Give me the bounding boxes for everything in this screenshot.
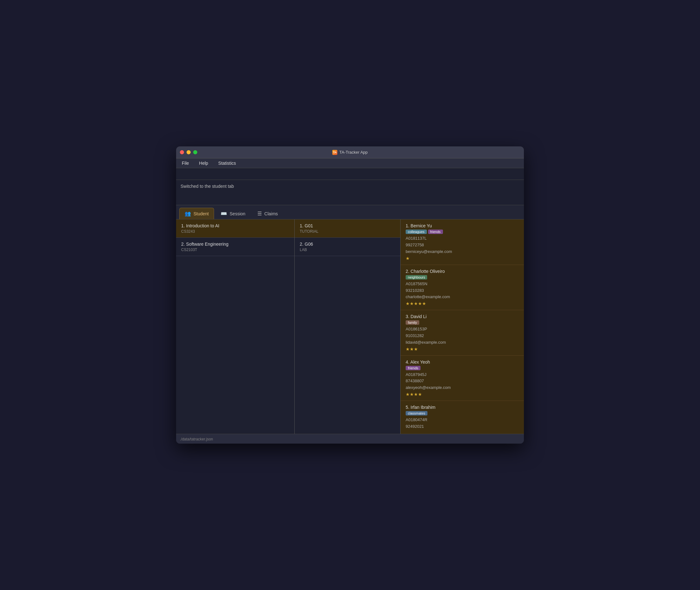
session-type-2: LAB — [300, 248, 395, 252]
maximize-button[interactable] — [193, 150, 197, 154]
menu-statistics[interactable]: Statistics — [216, 160, 238, 167]
footer: ./data/tatracker.json — [176, 434, 524, 444]
student-name-1: 1. Bernice Yu — [406, 223, 432, 228]
student-header-5: 5. Irfan Ibrahim — [406, 405, 519, 410]
course-code-2: CS2103T — [181, 248, 289, 252]
session-tab-icon: ⌨️ — [221, 211, 227, 217]
app-window: TA TA-Tracker App File Help Statistics S… — [176, 146, 524, 443]
student-tags-3: family — [406, 320, 519, 325]
menubar: File Help Statistics — [176, 159, 524, 168]
session-item-1[interactable]: 1. G01 TUTORIAL — [295, 219, 400, 238]
session-type-1: TUTORIAL — [300, 229, 395, 234]
student-info-3: A0186153P 91031282 lidavid@example.com — [406, 326, 519, 346]
status-area: Switched to the student tab — [176, 180, 524, 205]
student-name-5: 5. Irfan Ibrahim — [406, 405, 435, 410]
student-item-1[interactable]: 1. Bernice Yu colleagues friends A018113… — [401, 219, 524, 265]
student-info-5: A0180474R 92492021 — [406, 417, 519, 430]
student-tab-label: Student — [194, 211, 209, 216]
student-stars-3: ★★★ — [406, 347, 519, 352]
session-title-1: 1. G01 — [300, 223, 395, 228]
course-item-1[interactable]: 1. Introduction to AI CS3243 — [176, 219, 294, 238]
main-content: 1. Introduction to AI CS3243 2. Software… — [176, 219, 524, 433]
student-name-2: 2. Charlotte Oliveiro — [406, 269, 445, 274]
traffic-lights — [180, 150, 197, 154]
courses-panel: 1. Introduction to AI CS3243 2. Software… — [176, 219, 295, 433]
student-header-4: 4. Alex Yeoh — [406, 360, 519, 365]
student-stars-2: ★★★★★ — [406, 301, 519, 306]
course-code-1: CS3243 — [181, 229, 289, 234]
course-title-2: 2. Software Engineering — [181, 241, 289, 247]
close-button[interactable] — [180, 150, 184, 154]
student-name-3: 3. David Li — [406, 314, 426, 319]
tab-claims[interactable]: ☰ Claims — [252, 208, 283, 219]
student-tab-icon: 👥 — [185, 211, 191, 217]
app-icon: TA — [332, 150, 337, 155]
app-title: TA-Tracker App — [339, 150, 368, 155]
tag-friends-1: friends — [428, 229, 443, 234]
footer-path: ./data/tatracker.json — [180, 437, 213, 441]
tag-family-3: family — [406, 320, 419, 325]
student-stars-1: ★ — [406, 256, 519, 261]
searchbar-container — [176, 168, 524, 180]
tab-student[interactable]: 👥 Student — [179, 208, 214, 219]
course-title-1: 1. Introduction to AI — [181, 223, 289, 228]
student-info-4: A0187945J 87438807 alexyeoh@example.com — [406, 372, 519, 391]
menu-file[interactable]: File — [180, 160, 191, 167]
students-panel: 1. Bernice Yu colleagues friends A018113… — [401, 219, 524, 433]
titlebar-title: TA TA-Tracker App — [332, 150, 368, 155]
student-tags-5: classmates — [406, 411, 519, 415]
student-header-3: 3. David Li — [406, 314, 519, 319]
student-name-4: 4. Alex Yeoh — [406, 360, 430, 365]
student-header-1: 1. Bernice Yu — [406, 223, 519, 228]
course-item-2[interactable]: 2. Software Engineering CS2103T — [176, 238, 294, 256]
tag-classmates-5: classmates — [406, 411, 427, 415]
student-info-2: A0187565N 93210283 charlotte@example.com — [406, 281, 519, 300]
student-item-2[interactable]: 2. Charlotte Oliveiro neighbours A018756… — [401, 265, 524, 310]
student-tags-1: colleagues friends — [406, 229, 519, 234]
claims-tab-label: Claims — [264, 211, 278, 216]
tag-colleagues-1: colleagues — [406, 229, 427, 234]
status-text: Switched to the student tab — [181, 184, 519, 189]
tag-neighbours-2: neighbours — [406, 275, 427, 280]
student-tags-2: neighbours — [406, 275, 519, 280]
tab-session[interactable]: ⌨️ Session — [215, 208, 251, 219]
student-item-4[interactable]: 4. Alex Yeoh friends A0187945J 87438807 … — [401, 356, 524, 401]
search-input[interactable] — [179, 170, 521, 178]
sessions-panel: 1. G01 TUTORIAL 2. G06 LAB — [295, 219, 401, 433]
titlebar: TA TA-Tracker App — [176, 146, 524, 159]
tab-bar: 👥 Student ⌨️ Session ☰ Claims — [176, 205, 524, 219]
student-info-1: A0181137L 99272758 berniceyu@example.com — [406, 235, 519, 255]
student-tags-4: friends — [406, 366, 519, 370]
session-item-2[interactable]: 2. G06 LAB — [295, 238, 400, 256]
tag-friends-4: friends — [406, 366, 420, 370]
menu-help[interactable]: Help — [197, 160, 210, 167]
session-title-2: 2. G06 — [300, 241, 395, 247]
minimize-button[interactable] — [187, 150, 191, 154]
student-item-3[interactable]: 3. David Li family A0186153P 91031282 li… — [401, 310, 524, 356]
student-header-2: 2. Charlotte Oliveiro — [406, 269, 519, 274]
claims-tab-icon: ☰ — [258, 211, 262, 217]
student-stars-4: ★★★★ — [406, 392, 519, 397]
student-item-5[interactable]: 5. Irfan Ibrahim classmates A0180474R 92… — [401, 401, 524, 434]
session-tab-label: Session — [229, 211, 245, 216]
